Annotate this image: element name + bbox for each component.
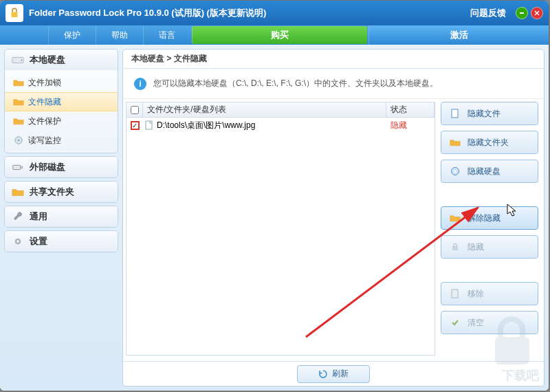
minimize-button[interactable] [516,7,528,19]
disc-icon [13,135,24,145]
sidebar-item-file-protect[interactable]: 文件保护 [5,111,118,131]
sidebar-group-local-disk: 本地硬盘 文件加锁 文件隐藏 文件保护 [4,49,118,153]
remove-icon [450,289,461,298]
menu-language[interactable]: 语言 [143,25,190,45]
app-icon [6,4,23,22]
table-body: ✓ D:\tools\桌面\图片\www.jpg 隐藏 [126,118,434,133]
sidebar-header-label: 外部磁盘 [30,161,65,173]
folder-icon [450,138,461,147]
row-checkbox[interactable]: ✓ [131,121,140,130]
header-checkbox[interactable] [126,102,143,117]
svg-rect-12 [146,121,152,129]
sidebar-group-general[interactable]: 通用 [4,206,118,228]
hide-file-button[interactable]: 隐藏文件 [441,102,538,125]
unhide-button[interactable]: 解除隐藏 [441,206,538,230]
sidebar-item-label: 读写监控 [28,135,61,146]
menubar: 保护 帮助 语言 购买 激活 [0,25,549,45]
body-area: 本地硬盘 文件加锁 文件隐藏 文件保护 [0,45,549,391]
refresh-button[interactable]: 刷新 [297,365,370,383]
sidebar-item-label: 文件隐藏 [28,96,61,108]
lock-icon [450,242,461,252]
menu-protect[interactable]: 保护 [48,25,96,45]
content-row: 文件/文件夹/硬盘列表 状态 ✓ D:\tools\桌面\图片\www.jpg … [123,99,544,361]
app-title: Folder Password Lock Pro 10.9.0 (试用版) (版… [29,7,266,19]
clear-button[interactable]: 清空 [441,311,538,334]
gear-icon [12,237,24,246]
activate-button[interactable]: 激活 [368,25,549,45]
svg-rect-13 [452,109,458,118]
svg-rect-0 [12,12,18,18]
sidebar-group-settings[interactable]: 设置 [4,230,118,252]
sidebar-item-file-hide[interactable]: 文件隐藏 [5,92,118,111]
file-table: 文件/文件夹/硬盘列表 状态 ✓ D:\tools\桌面\图片\www.jpg … [126,102,435,356]
refresh-icon [318,369,328,379]
hide-button[interactable]: 隐藏 [441,235,538,259]
folder-icon [13,116,24,126]
remove-button[interactable]: 移除 [441,282,538,305]
actions-panel: 隐藏文件 隐藏文件夹 隐藏硬盘 解除隐藏 [441,102,538,356]
titlebar: Folder Password Lock Pro 10.9.0 (试用版) (版… [0,1,549,25]
sidebar: 本地硬盘 文件加锁 文件隐藏 文件保护 [4,49,118,386]
svg-rect-16 [452,246,458,250]
breadcrumb: 本地硬盘 > 文件隐藏 [123,50,544,69]
sidebar-item-rw-monitor[interactable]: 读写监控 [5,131,118,150]
sidebar-item-file-lock[interactable]: 文件加锁 [5,73,118,92]
wrench-icon [12,212,24,221]
header-path[interactable]: 文件/文件夹/硬盘列表 [143,102,386,117]
hide-drive-button[interactable]: 隐藏硬盘 [441,160,538,183]
menu-help[interactable]: 帮助 [96,25,143,45]
sidebar-header-label: 设置 [30,235,47,248]
file-icon [450,109,461,118]
app-window: Folder Password Lock Pro 10.9.0 (试用版) (版… [0,1,549,391]
svg-rect-17 [452,290,458,298]
buy-button[interactable]: 购买 [192,26,367,44]
sidebar-header-label: 共享文件夹 [30,186,74,198]
main-panel: 本地硬盘 > 文件隐藏 i 您可以隐藏本地硬盘（C:\, D:\, E:\, F… [122,49,544,386]
feedback-link[interactable]: 问题反馈 [470,7,506,19]
table-row[interactable]: ✓ D:\tools\桌面\图片\www.jpg 隐藏 [126,118,434,133]
folder-icon [13,97,24,107]
folder-icon [12,187,24,197]
drive-icon [12,55,24,65]
info-icon: i [134,78,146,90]
close-button[interactable] [531,7,543,19]
unlock-icon [450,213,461,223]
sidebar-header-local-disk[interactable]: 本地硬盘 [5,50,118,70]
svg-point-7 [18,140,20,142]
info-text: 您可以隐藏本地硬盘（C:\, D:\, E:\, F:\, G:\）中的文件、文… [153,78,438,89]
header-status[interactable]: 状态 [386,102,434,117]
table-header: 文件/文件夹/硬盘列表 状态 [126,102,434,118]
sidebar-item-label: 文件加锁 [28,77,61,89]
disc-icon [450,166,461,176]
svg-point-11 [16,240,19,243]
svg-point-15 [454,171,456,173]
row-status: 隐藏 [386,120,434,131]
sidebar-item-label: 文件保护 [28,116,61,127]
row-path: D:\tools\桌面\图片\www.jpg [157,120,255,131]
sidebar-header-label: 通用 [30,210,47,223]
svg-rect-9 [21,166,23,169]
file-icon [144,120,154,130]
sidebar-group-shared[interactable]: 共享文件夹 [4,181,118,203]
folder-icon [13,78,24,87]
svg-rect-8 [13,165,21,169]
svg-point-5 [21,60,23,61]
footer: 刷新 [123,361,544,386]
hide-folder-button[interactable]: 隐藏文件夹 [441,131,538,154]
clear-icon [450,318,461,327]
usb-icon [12,162,24,172]
info-row: i 您可以隐藏本地硬盘（C:\, D:\, E:\, F:\, G:\）中的文件… [123,69,544,99]
sidebar-header-label: 本地硬盘 [30,54,65,66]
sidebar-group-external[interactable]: 外部磁盘 [4,156,118,178]
